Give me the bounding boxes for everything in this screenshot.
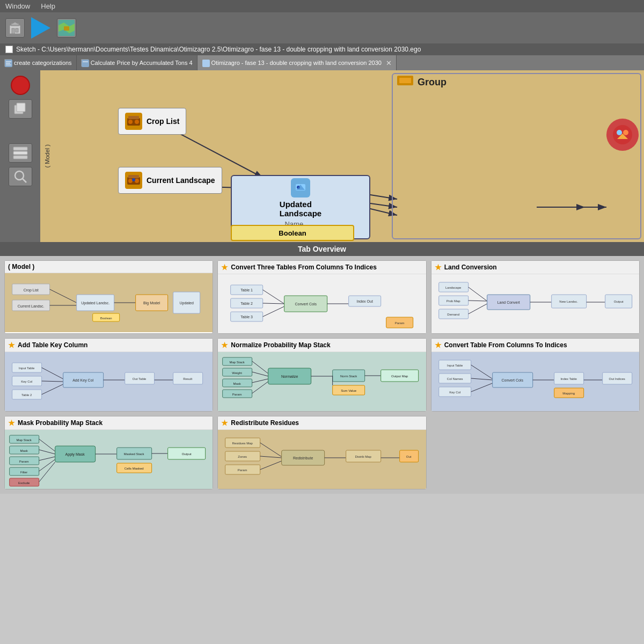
tab-create-categorizations[interactable]: create categorizations — [0, 55, 77, 70]
svg-text:Normalize: Normalize — [281, 375, 298, 378]
crop-list-label: Crop List — [147, 117, 179, 126]
svg-rect-1 — [12, 28, 14, 34]
svg-text:Map Stack: Map Stack — [230, 361, 245, 364]
svg-text:Updated Landsc.: Updated Landsc. — [81, 301, 109, 305]
current-landscape-label: Current Landscape — [147, 176, 215, 185]
svg-point-39 — [132, 178, 135, 181]
svg-line-105 — [42, 384, 63, 394]
card-redistribute-title: Redistribute Residues — [231, 419, 299, 427]
current-landscape-node[interactable]: Current Landscape — [118, 167, 222, 194]
svg-text:Out Table: Out Table — [133, 377, 147, 380]
card-normalize-content: Map Stack Weight Mask Param Normalize No… — [218, 352, 426, 411]
card-convert-table-star: ★ — [435, 341, 442, 349]
svg-point-38 — [135, 179, 139, 183]
sidebar-stop-btn[interactable] — [11, 76, 30, 95]
svg-text:Redistribute: Redistribute — [293, 456, 313, 460]
card-mask[interactable]: ★ Mask Probability Map Stack Map Stack M… — [4, 416, 213, 489]
svg-line-165 — [39, 450, 55, 454]
sidebar-list-btn[interactable] — [9, 143, 32, 163]
svg-rect-19 — [13, 156, 27, 159]
canvas-area: ( Model ) Group — [0, 70, 644, 242]
svg-text:Mask: Mask — [20, 449, 28, 452]
svg-text:Key Col: Key Col — [21, 380, 32, 383]
card-convert-three[interactable]: ★ Convert Three Tables From Columns To I… — [217, 260, 426, 334]
svg-text:Distrib Map: Distrib Map — [355, 455, 372, 458]
svg-text:Output Map: Output Map — [391, 375, 408, 378]
svg-text:Col Names: Col Names — [447, 377, 463, 380]
sidebar-copy-btn[interactable] — [9, 99, 32, 119]
svg-line-145 — [471, 383, 492, 392]
svg-text:Updated: Updated — [179, 301, 194, 305]
svg-text:Filter: Filter — [20, 471, 27, 474]
model-label: ( Model ) — [44, 144, 50, 167]
svg-line-188 — [260, 456, 282, 458]
card-add-table[interactable]: ★ Add Table Key Column Input Table Key C… — [4, 338, 213, 412]
card-normalize-star: ★ — [221, 341, 228, 349]
card-model[interactable]: ( Model ) Crop List Current Landsc. Upda… — [4, 260, 213, 334]
svg-text:Current Landsc.: Current Landsc. — [18, 304, 45, 308]
menu-window[interactable]: Window — [5, 2, 30, 10]
svg-text:Big Model: Big Model — [143, 301, 160, 305]
svg-rect-14 — [202, 60, 210, 67]
card-convert-table-header: ★ Convert Table From Columns To Indices — [431, 339, 639, 352]
tab-icon-3 — [202, 59, 209, 67]
svg-rect-16 — [17, 103, 25, 112]
svg-text:Out: Out — [406, 455, 412, 458]
card-normalize[interactable]: ★ Normalize Probability Map Stack Map St… — [217, 338, 426, 412]
svg-text:Apply Mask: Apply Mask — [65, 452, 85, 457]
svg-text:Landscape: Landscape — [445, 286, 462, 289]
title-bar: Sketch - C:\Users\hermann\Documents\Test… — [0, 43, 644, 55]
group-title: Group — [418, 77, 447, 88]
tab-close-btn[interactable]: ✕ — [386, 59, 392, 67]
current-landscape-icon — [125, 172, 142, 189]
svg-text:Param: Param — [232, 393, 242, 396]
tab-otimizagro-main[interactable]: Otimizagro - fase 13 - double cropping w… — [197, 55, 397, 70]
right-node[interactable] — [606, 119, 639, 151]
tab-calculate-price[interactable]: Calculate Price by Accumulated Tons 4 — [77, 55, 197, 70]
card-add-table-content: Input Table Key Col Table 2 Add Key Col … — [5, 352, 213, 411]
svg-text:Convert Cols: Convert Cols — [295, 302, 317, 306]
card-convert-table-title: Convert Table From Columns To Indices — [444, 341, 567, 349]
tab-icon-1 — [4, 59, 12, 67]
updated-landscape-title: UpdatedLandscape — [280, 200, 321, 218]
svg-text:Prob Map: Prob Map — [446, 299, 460, 303]
svg-text:Param: Param — [395, 321, 405, 325]
play-button[interactable] — [29, 16, 53, 40]
svg-text:Index Out: Index Out — [357, 299, 373, 303]
svg-text:Boolean: Boolean — [100, 317, 112, 320]
card-convert-table[interactable]: ★ Convert Table From Columns To Indices … — [431, 338, 640, 412]
menu-help[interactable]: Help — [41, 2, 55, 10]
svg-text:Weight: Weight — [232, 371, 243, 375]
boolean-label: Boolean — [279, 229, 306, 237]
card-model-content: Crop List Current Landsc. Updated Landsc… — [5, 273, 213, 332]
svg-line-87 — [468, 301, 487, 301]
svg-line-21 — [22, 178, 26, 182]
crop-list-node[interactable]: Crop List — [118, 108, 186, 135]
toolbar-map-btn[interactable] — [57, 18, 76, 38]
boolean-box[interactable]: Boolean — [231, 225, 354, 241]
title-text: Sketch - C:\Users\hermann\Documents\Test… — [16, 46, 421, 53]
svg-rect-2 — [16, 28, 18, 32]
card-model-title: ( Model ) — [8, 263, 34, 270]
svg-rect-31 — [399, 78, 411, 83]
sidebar-search-btn[interactable] — [9, 167, 32, 186]
card-convert-table-content: Input Table Col Names Key Col Convert Co… — [431, 352, 639, 411]
crop-list-icon — [125, 113, 142, 130]
svg-point-33 — [128, 120, 133, 124]
card-land-conversion[interactable]: ★ Land Conversion Landscape Prob Map Dem… — [431, 260, 640, 334]
card-redistribute-header: ★ Redistribute Residues — [218, 416, 426, 430]
svg-text:Output: Output — [182, 452, 192, 456]
toolbar-building-btn[interactable] — [5, 18, 25, 38]
card-redistribute[interactable]: ★ Redistribute Residues Residues Map Zon… — [217, 416, 426, 489]
svg-text:Mapping: Mapping — [562, 392, 575, 395]
card-redistribute-content: Residues Map Zones Param Redistribute Di… — [218, 430, 426, 489]
card-normalize-title: Normalize Probability Map Stack — [231, 341, 330, 349]
svg-rect-12 — [82, 60, 89, 67]
card-convert-three-content: Table 1 Table 2 Table 3 Convert Cols Ind… — [218, 274, 426, 333]
svg-line-123 — [252, 372, 268, 376]
card-convert-three-star: ★ — [221, 263, 228, 272]
card-add-table-title: Add Table Key Column — [18, 341, 87, 349]
tab-bar: create categorizations Calculate Price b… — [0, 55, 644, 70]
card-normalize-header: ★ Normalize Probability Map Stack — [218, 339, 426, 352]
svg-text:Param: Param — [238, 469, 247, 472]
